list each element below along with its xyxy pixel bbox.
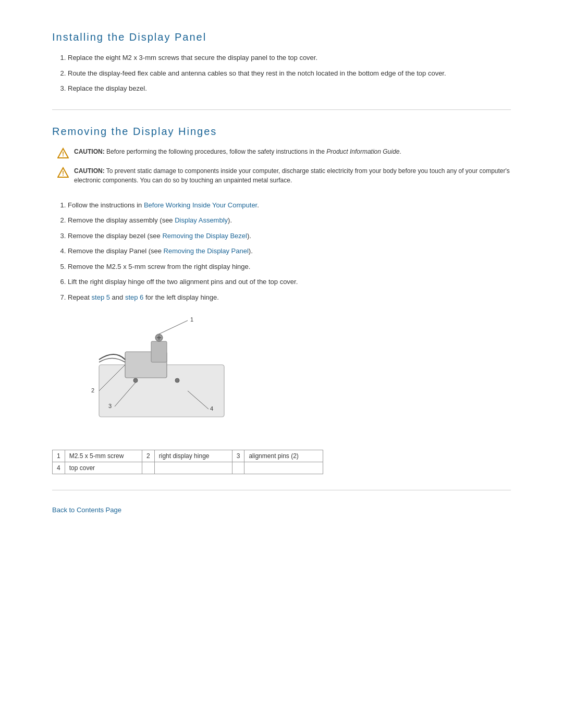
- svg-text:4: 4: [210, 405, 213, 412]
- cell-label-6: [244, 462, 323, 474]
- svg-rect-6: [151, 341, 167, 362]
- installing-step-3: Replace the display bezel.: [68, 83, 511, 94]
- table-row-1: 1 M2.5 x 5-mm screw 2 right display hing…: [53, 450, 323, 462]
- step2-link[interactable]: Display Assembly: [175, 216, 228, 224]
- caution-body-1: Before performing the following procedur…: [105, 148, 327, 155]
- removing-step-5: Remove the M2.5 x 5-mm screw from the ri…: [68, 262, 511, 272]
- step1-link[interactable]: Before Working Inside Your Computer: [144, 201, 257, 209]
- caution-label-1: CAUTION:: [74, 148, 105, 155]
- removing-steps-list: Follow the instructions in Before Workin…: [68, 200, 511, 303]
- caution-italic-1: Product Information Guide: [326, 148, 399, 155]
- svg-point-11: [175, 378, 179, 382]
- caution-icon-2: !: [57, 167, 69, 178]
- caution-block-1: ! CAUTION: Before performing the followi…: [57, 147, 511, 159]
- removing-step-2: Remove the display assembly (see Display…: [68, 215, 511, 226]
- installing-section: Installing the Display Panel Replace the…: [52, 31, 511, 94]
- step2-text: Remove the display assembly (see: [68, 216, 175, 224]
- cell-label-5: [154, 462, 232, 474]
- installing-step-1: Replace the eight M2 x 3-mm screws that …: [68, 53, 511, 63]
- cell-label-2: right display hinge: [154, 450, 232, 462]
- svg-text:3: 3: [108, 403, 112, 409]
- section-divider-2: [52, 490, 511, 490]
- step7-link1[interactable]: step 5: [92, 293, 110, 301]
- cell-label-3: alignment pins (2): [244, 450, 323, 462]
- removing-step-3: Remove the display bezel (see Removing t…: [68, 231, 511, 241]
- caution-text-2: CAUTION: To prevent static damage to com…: [74, 166, 511, 185]
- parts-table: 1 M2.5 x 5-mm screw 2 right display hing…: [52, 450, 323, 474]
- section-divider-1: [52, 109, 511, 110]
- cell-num-5: [142, 462, 155, 474]
- removing-step-4: Remove the display Panel (see Removing t…: [68, 246, 511, 256]
- step4-link[interactable]: Removing the Display Panel: [164, 247, 249, 255]
- removing-step-6: Lift the right display hinge off the two…: [68, 277, 511, 287]
- step7-text-before: Repeat: [68, 293, 92, 301]
- cell-label-1: M2.5 x 5-mm screw: [65, 450, 142, 462]
- step7-mid: and: [112, 293, 125, 301]
- caution-text-1: CAUTION: Before performing the following…: [74, 147, 401, 156]
- cell-num-3: 3: [232, 450, 244, 462]
- caution-icon-1: !: [57, 147, 69, 159]
- hinge-diagram-container: 1 2 3 4: [83, 313, 511, 439]
- installing-heading: Installing the Display Panel: [52, 31, 511, 43]
- hinge-diagram: 1 2 3 4: [83, 313, 240, 438]
- step3-link[interactable]: Removing the Display Bezel: [162, 232, 247, 240]
- svg-text:!: !: [62, 170, 64, 177]
- step4-text: Remove the display Panel (see: [68, 247, 164, 255]
- svg-line-12: [159, 320, 188, 334]
- step1-text: Follow the instructions in: [68, 201, 144, 209]
- installing-steps-list: Replace the eight M2 x 3-mm screws that …: [68, 53, 511, 94]
- svg-text:2: 2: [91, 387, 94, 393]
- removing-step-7: Repeat step 5 and step 6 for the left di…: [68, 292, 511, 303]
- back-to-contents-link[interactable]: Back to Contents Page: [52, 506, 511, 514]
- cell-num-6: [232, 462, 244, 474]
- cell-label-4: top cover: [65, 462, 142, 474]
- cell-num-1: 1: [53, 450, 65, 462]
- step5-text: Remove the M2.5 x 5-mm screw from the ri…: [68, 263, 250, 270]
- table-row-2: 4 top cover: [53, 462, 323, 474]
- caution-after-1: .: [399, 148, 401, 155]
- removing-heading: Removing the Display Hinges: [52, 126, 511, 138]
- cell-num-2: 2: [142, 450, 155, 462]
- step3-text: Remove the display bezel (see: [68, 232, 162, 240]
- caution-label-2: CAUTION:: [74, 167, 105, 175]
- svg-point-10: [133, 378, 138, 382]
- removing-step-1: Follow the instructions in Before Workin…: [68, 200, 511, 211]
- installing-step-2: Route the display-feed flex cable and an…: [68, 68, 511, 79]
- step7-after: for the left display hinge.: [145, 293, 219, 301]
- removing-section: Removing the Display Hinges ! CAUTION: B…: [52, 126, 511, 475]
- cell-num-4: 4: [53, 462, 65, 474]
- caution-body-2: To prevent static damage to components i…: [74, 167, 510, 184]
- step7-link2[interactable]: step 6: [125, 293, 143, 301]
- svg-text:1: 1: [190, 316, 193, 323]
- svg-text:!: !: [62, 151, 64, 158]
- caution-block-2: ! CAUTION: To prevent static damage to c…: [57, 166, 511, 185]
- step6-text: Lift the right display hinge off the two…: [68, 278, 298, 286]
